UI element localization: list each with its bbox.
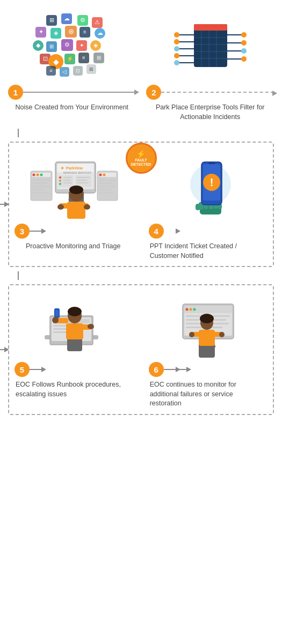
fault-icon: ⚡: [136, 150, 146, 158]
svg-point-106: [103, 174, 106, 176]
svg-rect-81: [32, 186, 49, 187]
step-2-illustration: [146, 11, 274, 80]
step-6-number-row: 6: [149, 362, 267, 377]
svg-text:⊡: ⊡: [43, 55, 48, 62]
svg-text:≡: ≡: [83, 29, 86, 35]
svg-point-69: [241, 40, 247, 46]
step-2-circle: 2: [146, 85, 161, 100]
step-6-illustration: [169, 293, 247, 358]
svg-text:≡: ≡: [82, 55, 85, 61]
step-2-number-row: 2: [146, 85, 274, 100]
svg-point-149: [88, 324, 94, 329]
entry-arrowhead-bottom: [4, 347, 9, 352]
v-connector-2: [18, 271, 19, 280]
step-2-block: 2 Park Place Enterprise Tools Filter for…: [146, 11, 274, 122]
step-5-circle: 5: [15, 362, 30, 377]
step-1-circle: 1: [8, 85, 23, 100]
svg-rect-111: [99, 192, 114, 194]
svg-text:◆: ◆: [36, 42, 41, 48]
step-5-illustration: [34, 293, 114, 358]
svg-point-155: [193, 308, 196, 311]
step-5-block: 5 EOC Follows Runbook procedures, escala…: [15, 293, 133, 399]
step-1-block: ⊞ ☁ ⚙ ⚠ ✦ ◈ ⊛ ≡: [8, 11, 136, 113]
svg-point-73: [241, 56, 247, 62]
svg-rect-107: [99, 179, 116, 181]
svg-text:!: !: [210, 176, 214, 188]
svg-point-57: [174, 32, 179, 38]
svg-rect-110: [99, 189, 111, 190]
svg-point-118: [57, 204, 64, 210]
svg-rect-99: [77, 180, 88, 181]
inner-steps-row-bottom: 5 EOC Follows Runbook procedures, escala…: [15, 293, 267, 409]
svg-point-78: [40, 174, 43, 176]
svg-text:⊛: ⊛: [68, 27, 74, 35]
section-middle: ⚡ FAULT DETECTED: [8, 142, 274, 267]
step-4-label: PPT Incident Ticket Created / Customer N…: [149, 242, 267, 261]
svg-text:◆: ◆: [53, 57, 59, 66]
step-3-block: ✦ ParkView MANAGED SERVICES: [15, 155, 133, 251]
svg-rect-108: [99, 182, 113, 184]
svg-point-168: [189, 332, 194, 337]
entry-line-bottom: [0, 349, 6, 350]
section-top: ⊞ ☁ ⚙ ⚠ ✦ ◈ ⊛ ≡: [8, 11, 274, 127]
svg-text:ParkView: ParkView: [66, 166, 83, 170]
step-2-label: Park Place Enterprise Tools Filter for A…: [146, 103, 274, 122]
svg-text:⚙: ⚙: [64, 41, 70, 48]
svg-point-71: [241, 48, 247, 54]
svg-text:⊞: ⊞: [97, 55, 101, 61]
step-6-trail-arrow: [178, 369, 188, 370]
svg-point-77: [37, 174, 39, 176]
svg-text:⊞: ⊞: [89, 66, 93, 72]
step-6-svg: [169, 293, 247, 358]
step-5-line: [30, 369, 43, 370]
svg-point-67: [241, 32, 247, 38]
v-connector-1: [18, 129, 19, 137]
svg-point-154: [189, 308, 192, 311]
connector-1: [18, 128, 274, 138]
svg-point-59: [174, 39, 179, 45]
svg-text:⊞: ⊞: [49, 43, 54, 49]
svg-text:☁: ☁: [97, 29, 103, 36]
step-6-block: 6 EOC continues to monitor for additiona…: [149, 293, 267, 409]
svg-point-105: [99, 174, 102, 176]
step-3-circle: 3: [15, 224, 30, 239]
svg-rect-109: [99, 186, 115, 187]
fault-badge: ⚡ FAULT DETECTED: [126, 143, 157, 174]
step-5-label: EOC Follows Runbook procedures, escalati…: [15, 380, 133, 399]
svg-text:✦: ✦: [60, 165, 64, 171]
step-6-line: [164, 369, 177, 370]
step-6-circle: 6: [149, 362, 164, 377]
svg-point-142: [68, 307, 82, 316]
step-4-svg: !: [176, 157, 240, 218]
svg-rect-98: [77, 177, 90, 178]
svg-rect-145: [55, 310, 59, 316]
step-3-line: [30, 231, 43, 232]
svg-text:⚠: ⚠: [95, 19, 100, 25]
svg-text:⊞: ⊞: [49, 17, 54, 23]
svg-point-93: [59, 183, 61, 185]
step-2-line: [161, 92, 274, 93]
svg-rect-165: [199, 330, 215, 346]
svg-point-119: [84, 204, 90, 210]
entry-line-middle: [0, 204, 6, 205]
svg-point-76: [33, 174, 35, 176]
svg-point-91: [59, 176, 61, 179]
step-1-illustration: ⊞ ☁ ⚙ ⚠ ✦ ◈ ⊛ ≡: [8, 11, 136, 80]
step-6-arrowhead: [186, 367, 191, 372]
svg-rect-132: [208, 162, 215, 164]
step-1-line: [23, 92, 136, 93]
entry-arrow-bottom: [0, 349, 6, 350]
entry-arrowhead-middle: [4, 202, 9, 207]
svg-rect-127: [196, 204, 200, 210]
step-4-circle: 4: [149, 224, 164, 239]
fault-badge-text-2: DETECTED: [131, 162, 151, 167]
svg-rect-48: [194, 24, 227, 31]
svg-text:◈: ◈: [93, 42, 98, 48]
svg-rect-83: [32, 192, 48, 194]
svg-rect-94: [63, 177, 72, 178]
svg-point-169: [219, 332, 225, 337]
svg-text:◈: ◈: [54, 29, 59, 36]
svg-text:≡: ≡: [50, 68, 53, 73]
svg-rect-96: [63, 182, 72, 183]
svg-point-164: [200, 314, 214, 323]
